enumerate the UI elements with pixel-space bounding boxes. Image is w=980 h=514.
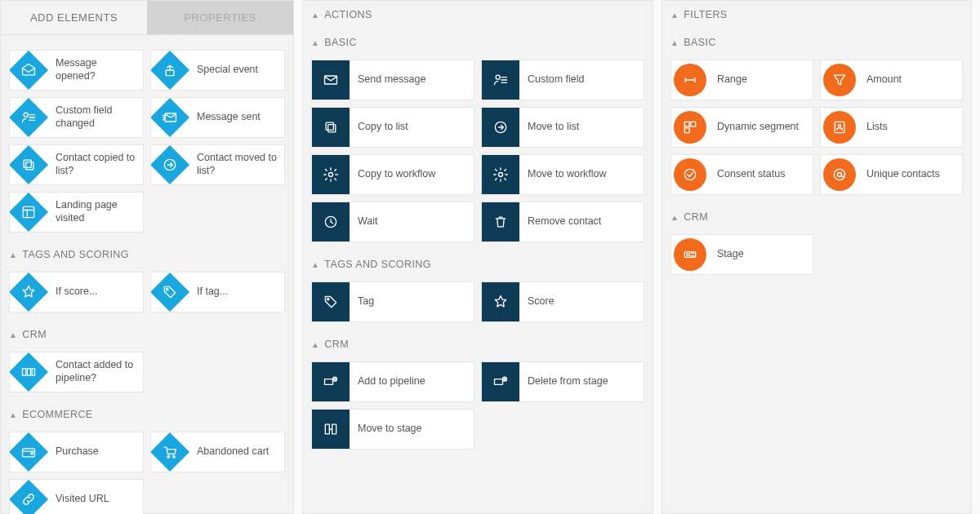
pipeline-icon bbox=[10, 352, 47, 392]
item-label: Message opened? bbox=[47, 57, 143, 82]
item-special-event[interactable]: Special event bbox=[150, 50, 285, 91]
actions-panel: ▲ ACTIONS ▲BASICSend messageCustom field… bbox=[302, 0, 653, 514]
item-grid-basic: Send messageCustom fieldCopy to listMove… bbox=[303, 56, 653, 250]
item-if-score[interactable]: If score... bbox=[9, 272, 144, 312]
group-title: TAGS AND SCORING bbox=[22, 249, 129, 260]
group-header-ecom[interactable]: ▲ECOMMERCE bbox=[1, 401, 293, 428]
item-move-to-list[interactable]: Move to list bbox=[481, 107, 644, 148]
item-score[interactable]: Score bbox=[481, 281, 644, 322]
item-copy-to-workflow[interactable]: Copy to workflow bbox=[311, 154, 474, 195]
item-purchase[interactable]: Purchase bbox=[9, 432, 144, 472]
group-header-crm[interactable]: ▲CRM bbox=[303, 330, 653, 358]
group-title: BASIC bbox=[324, 37, 357, 48]
item-label: Message sent bbox=[189, 111, 267, 124]
item-label: Wait bbox=[350, 215, 385, 228]
pipeline-add-icon bbox=[312, 361, 350, 402]
group-title: BASIC bbox=[684, 37, 716, 48]
group-header-crm[interactable]: ▲CRM bbox=[1, 321, 293, 348]
tab-properties[interactable]: PROPERTIES bbox=[147, 1, 293, 35]
item-message-opened[interactable]: Message opened? bbox=[9, 50, 144, 91]
range-icon bbox=[671, 60, 709, 100]
svg-rect-17 bbox=[328, 125, 336, 132]
item-custom-field-changed[interactable]: Custom field changed bbox=[9, 97, 144, 138]
item-lists[interactable]: Lists bbox=[820, 107, 963, 148]
collapse-icon: ▲ bbox=[670, 11, 679, 20]
item-if-tag[interactable]: If tag... bbox=[150, 272, 285, 312]
item-label: Custom field changed bbox=[47, 104, 143, 130]
item-label: If tag... bbox=[189, 286, 234, 299]
segment-icon bbox=[671, 107, 709, 148]
item-unique-contacts[interactable]: Unique contacts bbox=[820, 154, 963, 195]
right-content: ▲BASICRangeAmountDynamic segmentListsCon… bbox=[662, 29, 971, 283]
item-label: Unique contacts bbox=[858, 168, 947, 181]
item-contact-added-to-pipeline[interactable]: Contact added to pipeline? bbox=[9, 352, 144, 392]
collapse-icon: ▲ bbox=[311, 260, 319, 269]
item-add-to-pipeline[interactable]: Add to pipeline bbox=[311, 361, 474, 402]
item-send-message[interactable]: Send message bbox=[311, 60, 474, 100]
svg-rect-8 bbox=[23, 369, 26, 375]
item-label: Move to list bbox=[519, 121, 586, 134]
item-consent-status[interactable]: Consent status bbox=[670, 154, 813, 195]
copy-icon bbox=[10, 144, 47, 185]
svg-point-14 bbox=[173, 456, 176, 459]
envelope-sent-icon bbox=[151, 97, 189, 138]
item-move-to-stage[interactable]: Move to stage bbox=[311, 409, 474, 450]
actions-title-row[interactable]: ▲ ACTIONS bbox=[303, 1, 653, 29]
left-content: Message opened?Special eventCustom field… bbox=[1, 35, 293, 514]
group-header-tags[interactable]: ▲TAGS AND SCORING bbox=[1, 241, 293, 268]
item-delete-from-stage[interactable]: Delete from stage bbox=[481, 361, 644, 402]
filters-title: FILTERS bbox=[684, 9, 727, 20]
item-stage[interactable]: Stage bbox=[670, 234, 813, 275]
copy-icon bbox=[312, 107, 350, 148]
move-icon bbox=[482, 107, 519, 148]
svg-point-34 bbox=[838, 125, 840, 127]
item-contact-copied-to-list[interactable]: Contact copied to list? bbox=[9, 144, 144, 185]
move-icon bbox=[151, 144, 189, 185]
item-label: Tag bbox=[350, 295, 381, 308]
item-remove-contact[interactable]: Remove contact bbox=[481, 202, 644, 242]
wallet-icon bbox=[10, 432, 47, 472]
item-copy-to-list[interactable]: Copy to list bbox=[311, 107, 474, 148]
group-header-basic[interactable]: ▲BASIC bbox=[662, 29, 971, 56]
item-label: Purchase bbox=[47, 445, 105, 459]
group-header-crm[interactable]: ▲CRM bbox=[662, 203, 971, 231]
item-move-to-workflow[interactable]: Move to workflow bbox=[481, 154, 644, 195]
svg-rect-26 bbox=[495, 379, 503, 385]
landing-icon bbox=[10, 192, 47, 233]
user-field-icon bbox=[482, 60, 519, 100]
item-landing-page-visited[interactable]: Landing page visited bbox=[9, 192, 144, 233]
group-header-tags[interactable]: ▲TAGS AND SCORING bbox=[303, 250, 653, 278]
star-icon bbox=[10, 272, 47, 312]
item-wait[interactable]: Wait bbox=[311, 202, 474, 242]
item-grid-events: Message opened?Special eventCustom field… bbox=[1, 47, 293, 241]
item-dynamic-segment[interactable]: Dynamic segment bbox=[670, 107, 813, 148]
stage-icon bbox=[671, 234, 709, 275]
svg-point-35 bbox=[684, 169, 695, 179]
item-amount[interactable]: Amount bbox=[820, 60, 963, 100]
user-field-icon bbox=[10, 97, 47, 138]
item-label: Add to pipeline bbox=[350, 375, 432, 388]
group-title: CRM bbox=[22, 329, 47, 340]
item-abandoned-cart[interactable]: Abandoned cart bbox=[150, 432, 285, 472]
item-grid-ecom: PurchaseAbandoned cartVisited URL bbox=[1, 428, 293, 514]
svg-point-1 bbox=[24, 113, 28, 117]
svg-point-20 bbox=[329, 173, 333, 177]
item-label: Copy to list bbox=[350, 121, 415, 134]
tag-icon bbox=[312, 281, 350, 322]
filters-title-row[interactable]: ▲ FILTERS bbox=[662, 1, 971, 29]
item-label: Copy to workflow bbox=[350, 168, 442, 181]
item-visited-url[interactable]: Visited URL bbox=[9, 479, 144, 514]
svg-point-39 bbox=[687, 253, 689, 255]
item-contact-moved-to-list[interactable]: Contact moved to list? bbox=[150, 144, 285, 185]
item-message-sent[interactable]: Message sent bbox=[150, 97, 285, 138]
item-tag[interactable]: Tag bbox=[311, 281, 474, 322]
collapse-icon: ▲ bbox=[311, 11, 319, 20]
item-range[interactable]: Range bbox=[670, 60, 813, 100]
tab-add-elements[interactable]: ADD ELEMENTS bbox=[1, 1, 147, 35]
pipeline-delete-icon bbox=[482, 361, 519, 402]
group-header-basic[interactable]: ▲BASIC bbox=[303, 29, 653, 56]
item-label: Contact moved to list? bbox=[189, 152, 284, 177]
svg-point-23 bbox=[327, 298, 329, 300]
item-custom-field[interactable]: Custom field bbox=[481, 60, 644, 100]
svg-rect-31 bbox=[691, 122, 696, 126]
